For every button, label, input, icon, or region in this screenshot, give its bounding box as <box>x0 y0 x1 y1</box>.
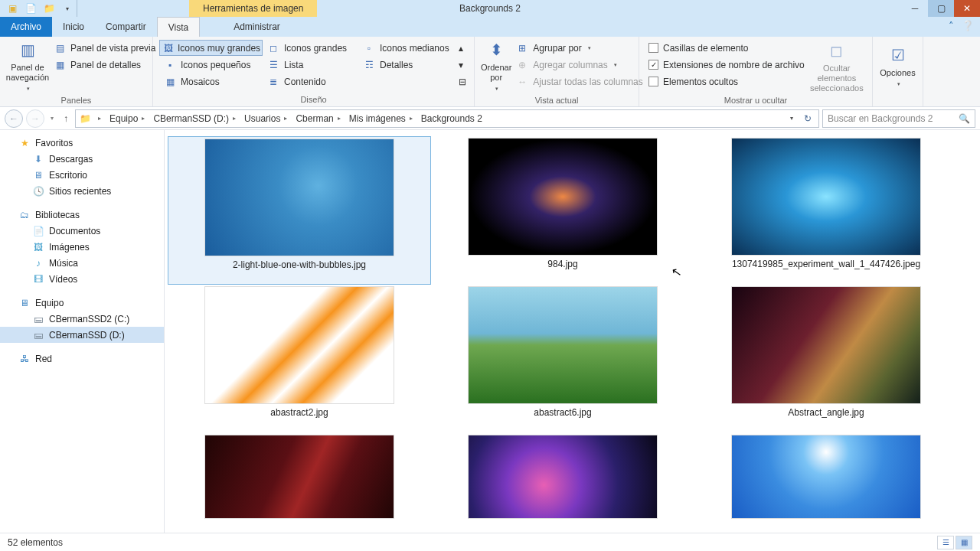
tree-favorites[interactable]: ★Favoritos <box>0 135 164 151</box>
close-button[interactable]: ✕ <box>954 0 980 17</box>
layout-scroll-down[interactable]: ▾ <box>457 57 468 73</box>
tree-label: Descargas <box>49 154 93 165</box>
ribbon-group-options: ☑ Opciones ▾ <box>873 37 923 106</box>
file-item[interactable]: 2-light-blue-one-with-bubbles.jpg <box>168 136 431 285</box>
hidden-items-label: Elementos ocultos <box>663 77 738 87</box>
view-extra-large-icons-button[interactable]: 🖼Iconos muy grandes <box>159 40 263 56</box>
back-button[interactable]: ← <box>5 109 23 128</box>
tab-vista[interactable]: Vista <box>157 17 200 37</box>
crumb-usuarios[interactable]: Usuarios▸ <box>241 110 292 127</box>
size-columns-icon: ↔ <box>516 76 528 88</box>
crumb-cberman[interactable]: Cberman▸ <box>292 110 345 127</box>
details-pane-button[interactable]: ▦Panel de detalles <box>49 57 160 73</box>
tree-musica[interactable]: ♪Música <box>0 255 164 271</box>
tree-escritorio[interactable]: 🖥Escritorio <box>0 167 164 183</box>
address-bar[interactable]: 📁 ▸ Equipo▸ CBermanSSD (D:)▸ Usuarios▸ C… <box>75 109 819 128</box>
ribbon-group-layout: 🖼Iconos muy grandes ▪Iconos pequeños ▦Mo… <box>153 37 475 106</box>
up-button[interactable]: ↑ <box>60 113 72 124</box>
minimize-button[interactable]: ─ <box>902 0 928 17</box>
tab-file[interactable]: Archivo <box>0 17 52 37</box>
tree-label: CBermanSSD2 (C:) <box>49 314 129 324</box>
search-icon: 🔍 <box>959 113 970 124</box>
pictures-icon: 🖼 <box>32 241 44 253</box>
tab-compartir[interactable]: Compartir <box>95 17 157 37</box>
tree-videos[interactable]: 🎞Vídeos <box>0 271 164 287</box>
options-button[interactable]: ☑ Opciones ▾ <box>879 38 916 93</box>
view-content-button[interactable]: ≣Contenido <box>263 73 358 90</box>
recent-locations-button[interactable]: ▾ <box>47 115 57 122</box>
crumb-drive[interactable]: CBermanSSD (D:)▸ <box>150 110 241 127</box>
tab-inicio[interactable]: Inicio <box>52 17 95 37</box>
tree-network[interactable]: 🖧Red <box>0 350 164 367</box>
desktop-icon: 🖥 <box>32 169 44 181</box>
view-details-button[interactable]: ☶Detalles <box>358 57 454 73</box>
crumb-imagenes[interactable]: Mis imágenes▸ <box>346 110 418 127</box>
tree-descargas[interactable]: ⬇Descargas <box>0 151 164 167</box>
collapse-ribbon-icon[interactable]: ˄ <box>949 20 954 31</box>
hide-selected-button: ◻ Ocultar elementos seleccionados <box>808 38 866 93</box>
crumb-label: Backgrounds 2 <box>421 113 482 124</box>
view-tiles-button[interactable]: ▦Mosaicos <box>159 73 263 90</box>
file-item[interactable]: Abstract_angle.jpg <box>694 285 958 433</box>
tree-drive-d[interactable]: 🖴CBermanSSD (D:) <box>0 327 164 343</box>
view-list-button[interactable]: ☰Lista <box>263 57 358 73</box>
hidden-items-toggle[interactable]: Elementos ocultos <box>645 73 808 90</box>
crumb-sep[interactable]: ▸ <box>93 110 106 127</box>
group-by-button[interactable]: ⊞Agrupar por▾ <box>511 40 647 56</box>
address-history-button[interactable]: ▾ <box>785 115 799 122</box>
maximize-button[interactable]: ▢ <box>928 0 954 17</box>
thumbnails-view-button[interactable]: ▦ <box>956 536 972 549</box>
help-icon[interactable]: ❔ <box>962 20 974 31</box>
star-icon: ★ <box>18 137 31 149</box>
ribbon-group-current-view: ⬍ Ordenar por ▾ ⊞Agrupar por▾ ⊕Agregar c… <box>475 37 639 106</box>
tree-computer[interactable]: 🖥Equipo <box>0 295 164 311</box>
options-group-label <box>879 93 916 106</box>
details-view-button[interactable]: ☰ <box>937 536 954 549</box>
xl-icons-icon: 🖼 <box>164 42 173 54</box>
file-item[interactable] <box>431 433 694 533</box>
file-item[interactable]: 1307419985_experiment_wall_1_447426.jpeg <box>694 136 958 285</box>
xl-icons-label: Iconos muy grandes <box>178 43 260 54</box>
tree-documentos[interactable]: 📄Documentos <box>0 223 164 239</box>
qat-properties-icon[interactable]: 📄 <box>21 0 40 17</box>
search-box[interactable]: Buscar en Backgrounds 2 🔍 <box>822 109 975 128</box>
view-medium-icons-button[interactable]: ▫Iconos medianos <box>358 40 454 56</box>
content-label: Contenido <box>284 77 326 87</box>
network-icon: 🖧 <box>18 353 31 365</box>
file-extensions-label: Extensiones de nombre de archivo <box>663 60 805 70</box>
view-large-icons-button[interactable]: ◻Iconos grandes <box>263 40 358 56</box>
tree-label: Documentos <box>49 226 100 236</box>
crumb-current[interactable]: Backgrounds 2 <box>418 110 485 127</box>
tab-administrar[interactable]: Administrar <box>223 17 291 37</box>
file-name: abastract2.jpg <box>270 407 328 418</box>
sort-by-button[interactable]: ⬍ Ordenar por ▾ <box>481 38 511 93</box>
tree-label: Música <box>49 258 78 269</box>
crumb-equipo[interactable]: Equipo▸ <box>106 110 150 127</box>
options-label: Opciones <box>880 68 915 78</box>
file-extensions-toggle[interactable]: ✓Extensiones de nombre de archivo <box>645 57 808 73</box>
file-item[interactable]: abastract2.jpg <box>168 285 431 433</box>
layout-scroll-up[interactable]: ▴ <box>457 40 468 56</box>
tree-drive-c[interactable]: 🖴CBermanSSD2 (C:) <box>0 311 164 327</box>
tree-recientes[interactable]: 🕓Sitios recientes <box>0 183 164 199</box>
qat-new-folder-icon[interactable]: 📁 <box>40 0 58 17</box>
tree-imagenes[interactable]: 🖼Imágenes <box>0 239 164 255</box>
nav-pane-button[interactable]: ▥ Panel de navegación ▾ <box>6 38 49 93</box>
qat-dropdown-icon[interactable]: ▾ <box>58 0 77 17</box>
file-item[interactable]: 984.jpg <box>431 136 694 285</box>
file-name: Abstract_angle.jpg <box>788 407 864 418</box>
tree-libraries[interactable]: 🗂Bibliotecas <box>0 207 164 223</box>
file-list[interactable]: 2-light-blue-one-with-bubbles.jpg 984.jp… <box>165 130 980 551</box>
layout-more[interactable]: ⊟ <box>457 73 468 90</box>
file-item[interactable]: abastract6.jpg <box>431 285 694 433</box>
view-small-icons-button[interactable]: ▪Iconos pequeños <box>159 57 263 73</box>
item-checkboxes-toggle[interactable]: Casillas de elemento <box>645 40 808 56</box>
forward-button: → <box>26 109 44 128</box>
file-item[interactable] <box>168 433 431 533</box>
file-item[interactable] <box>694 433 958 533</box>
refresh-button[interactable]: ↻ <box>799 113 817 124</box>
current-view-group-label: Vista actual <box>481 93 632 107</box>
preview-pane-button[interactable]: ▤Panel de vista previa <box>49 40 160 56</box>
group-by-label: Agrupar por <box>533 43 581 54</box>
system-menu-icon[interactable]: ▣ <box>3 0 21 17</box>
